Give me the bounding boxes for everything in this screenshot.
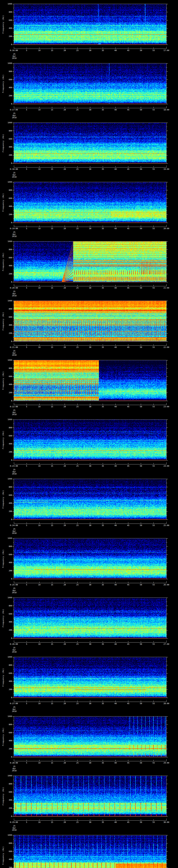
y-tick-label: 0 — [4, 103, 12, 105]
y-minor-tick-left — [13, 677, 14, 678]
y-tick-label: 1000 — [4, 122, 12, 124]
x-tick-mark — [90, 463, 90, 464]
x-tick-label: 20 — [61, 465, 68, 467]
y-minor-tick-right — [167, 618, 167, 618]
y-minor-tick-right — [167, 397, 167, 397]
y-tick-label: 800 — [4, 842, 12, 844]
spectrogram-image — [14, 716, 167, 757]
x-tick-mark — [166, 165, 167, 167]
y-tick-label: 400 — [4, 205, 12, 208]
y-major-tick-left — [12, 123, 14, 123]
x-tick-label-end: 30:00 — [159, 821, 173, 824]
y-tick-label: 0 — [4, 696, 12, 699]
x-tick-label-start: 0:19:00 — [7, 227, 21, 230]
y-tick-label: 0 — [4, 459, 12, 461]
y-minor-tick-right — [167, 40, 167, 41]
y-minor-tick-left — [13, 380, 14, 381]
date-line: 2018 — [7, 829, 21, 831]
y-minor-tick-left — [13, 753, 14, 753]
y-major-tick-left — [12, 147, 14, 147]
x-tick-label: 20 — [61, 643, 68, 645]
y-minor-tick-left — [13, 507, 14, 507]
x-tick-mark — [77, 701, 78, 702]
y-tick-label: 200 — [4, 332, 12, 334]
x-tick-label: 30 — [87, 465, 94, 467]
x-tick-label: 45 — [125, 109, 132, 111]
y-minor-tick-right — [167, 100, 167, 100]
y-tick-label: 200 — [4, 629, 12, 631]
y-major-tick-right — [167, 784, 168, 784]
spectrogram-page: { "window": {"width": 1024, "height": 58… — [0, 0, 178, 868]
x-tick-label: 55 — [150, 703, 157, 705]
y-tick-label: 800 — [4, 11, 12, 13]
y-minor-tick-left — [13, 337, 14, 338]
x-tick-mark — [128, 107, 128, 108]
x-tick-mark — [77, 582, 78, 583]
x-tick-label: 10 — [36, 703, 43, 705]
x-tick-mark — [115, 344, 116, 345]
x-tick-mark — [166, 700, 167, 702]
y-tick-label: 200 — [4, 688, 12, 690]
spectrogram-image — [14, 360, 167, 401]
y-minor-tick-left — [13, 432, 14, 432]
x-tick-mark — [90, 166, 90, 167]
y-major-tick-right — [167, 139, 168, 139]
y-major-tick-right — [167, 776, 168, 776]
y-minor-tick-right — [167, 92, 167, 92]
y-major-tick-left — [12, 657, 14, 657]
x-tick-label: 10 — [36, 227, 43, 230]
spectrogram-panel: Frequency (Hz)020040060080010000:25:0051… — [0, 538, 178, 598]
x-tick-label: 25 — [74, 168, 81, 170]
y-tick-label: 200 — [4, 214, 12, 216]
spectrogram-image — [14, 776, 167, 817]
y-minor-tick-left — [13, 669, 14, 670]
x-tick-label: 35 — [99, 346, 107, 348]
spectrogram-image — [14, 301, 167, 342]
date-line: 2018 — [7, 592, 21, 594]
y-tick-label: 1000 — [4, 241, 12, 243]
x-tick-label: 50 — [138, 821, 144, 824]
x-tick-mark — [14, 522, 14, 524]
x-tick-label: 25 — [74, 821, 81, 824]
x-tick-mark — [166, 759, 167, 761]
x-tick-label: 30 — [87, 821, 94, 824]
x-tick-label: 15 — [49, 762, 55, 764]
x-tick-label: 50 — [138, 465, 144, 467]
x-tick-label: 35 — [99, 821, 107, 824]
y-major-tick-right — [167, 282, 168, 282]
x-tick-label: 35 — [99, 168, 107, 170]
x-tick-label: 25 — [74, 109, 81, 111]
x-tick-label: 50 — [138, 109, 144, 111]
y-major-tick-right — [167, 274, 168, 274]
y-tick-label: 400 — [4, 799, 12, 801]
x-tick-mark — [166, 581, 167, 583]
y-tick-label: 400 — [4, 265, 12, 267]
x-tick-label: 55 — [150, 406, 157, 408]
x-tick-mark — [153, 522, 154, 524]
x-tick-mark — [128, 344, 128, 345]
x-tick-label: 40 — [112, 50, 119, 52]
x-tick-label: 30 — [87, 227, 94, 230]
x-tick-label-end: 28:00 — [159, 703, 173, 705]
y-major-tick-left — [12, 681, 14, 682]
y-minor-tick-left — [13, 618, 14, 618]
x-tick-mark — [77, 760, 78, 761]
x-tick-label: 55 — [150, 524, 157, 527]
y-tick-label: 600 — [4, 138, 12, 140]
y-minor-tick-left — [13, 424, 14, 424]
x-tick-label: 15 — [49, 168, 55, 170]
x-tick-label: 45 — [125, 584, 132, 586]
x-tick-label: 30 — [87, 762, 94, 764]
y-minor-tick-left — [13, 389, 14, 389]
x-tick-mark — [52, 760, 52, 761]
x-tick-label: 25 — [74, 50, 81, 52]
date-line: 2018 — [7, 710, 21, 712]
x-tick-label: 30 — [87, 584, 94, 586]
spectrogram-panel: Frequency (Hz)020040060080010000:18:0051… — [0, 123, 178, 182]
y-major-tick-right — [167, 147, 168, 147]
y-axis-title: Frequency (Hz) — [2, 312, 4, 331]
y-minor-tick-left — [13, 720, 14, 721]
x-tick-label: 55 — [150, 50, 157, 52]
x-tick-label: 55 — [150, 168, 157, 170]
y-tick-label: 0 — [4, 340, 12, 342]
